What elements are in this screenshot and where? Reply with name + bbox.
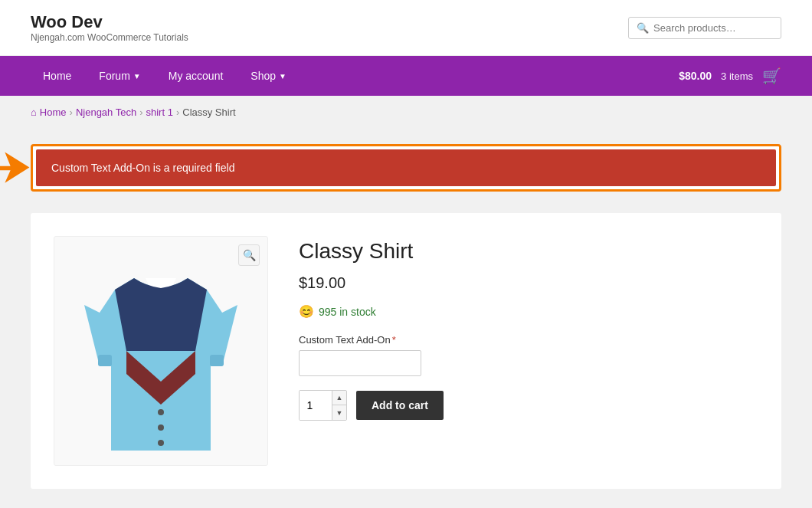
search-input[interactable] bbox=[653, 22, 776, 34]
nav-item-home[interactable]: Home bbox=[31, 59, 83, 93]
product-area: 🔍 bbox=[31, 213, 781, 489]
required-indicator: * bbox=[392, 334, 396, 346]
cart-icon: 🛒 bbox=[762, 67, 781, 85]
product-title: Classy Shirt bbox=[299, 239, 758, 264]
svg-marker-0 bbox=[0, 152, 29, 182]
search-icon: 🔍 bbox=[637, 22, 649, 34]
nav-item-shop[interactable]: Shop ▼ bbox=[238, 59, 299, 93]
main-content: Custom Text Add-On is a required field 🔍 bbox=[0, 129, 812, 508]
site-title: Woo Dev bbox=[31, 12, 188, 32]
breadcrumb-njengah-tech[interactable]: Njengah Tech bbox=[76, 107, 136, 118]
product-info: Classy Shirt $19.00 😊 995 in stock Custo… bbox=[299, 236, 758, 466]
stock-icon: 😊 bbox=[299, 304, 314, 319]
product-price: $19.00 bbox=[299, 274, 758, 292]
breadcrumb-shirt1[interactable]: shirt 1 bbox=[146, 107, 173, 118]
svg-point-2 bbox=[158, 424, 164, 431]
quantity-input[interactable]: 1 bbox=[300, 391, 332, 420]
site-branding: Woo Dev Njengah.com WooCommerce Tutorial… bbox=[31, 12, 188, 43]
svg-rect-5 bbox=[210, 355, 224, 366]
chevron-down-icon: ▼ bbox=[133, 72, 141, 80]
cart-amount: $80.00 bbox=[679, 70, 712, 82]
nav-item-myaccount[interactable]: My account bbox=[156, 59, 236, 93]
site-header: Woo Dev Njengah.com WooCommerce Tutorial… bbox=[0, 0, 812, 56]
navigation-bar: Home Forum ▼ My account Shop ▼ $80.00 3 … bbox=[0, 56, 812, 96]
add-to-cart-button[interactable]: Add to cart bbox=[356, 391, 444, 420]
cart-items-count: 3 items bbox=[721, 70, 753, 82]
breadcrumb-home[interactable]: Home bbox=[40, 107, 67, 118]
product-image bbox=[77, 244, 245, 458]
quantity-stepper[interactable]: 1 ▲ ▼ bbox=[299, 390, 347, 421]
zoom-icon[interactable]: 🔍 bbox=[238, 244, 260, 266]
stock-info: 😊 995 in stock bbox=[299, 304, 758, 319]
qty-down-button[interactable]: ▼ bbox=[332, 405, 346, 420]
custom-text-field[interactable] bbox=[299, 350, 421, 376]
alert-wrapper: Custom Text Add-On is a required field bbox=[31, 144, 781, 192]
breadcrumb-sep: › bbox=[176, 107, 179, 118]
stock-text: 995 in stock bbox=[319, 306, 376, 318]
qty-arrows: ▲ ▼ bbox=[332, 391, 346, 420]
qty-cart-row: 1 ▲ ▼ Add to cart bbox=[299, 390, 758, 421]
breadcrumb-sep: › bbox=[70, 107, 73, 118]
svg-rect-4 bbox=[98, 355, 112, 366]
arrow-pointer-icon bbox=[0, 151, 33, 185]
svg-point-3 bbox=[158, 440, 164, 446]
nav-item-forum[interactable]: Forum ▼ bbox=[87, 59, 152, 93]
svg-point-1 bbox=[158, 409, 164, 415]
custom-field-label: Custom Text Add-On * bbox=[299, 334, 758, 346]
alert-message: Custom Text Add-On is a required field bbox=[36, 149, 776, 186]
breadcrumb: ⌂ Home › Njengah Tech › shirt 1 › Classy… bbox=[0, 96, 812, 129]
search-box[interactable]: 🔍 bbox=[628, 17, 781, 39]
qty-up-button[interactable]: ▲ bbox=[332, 391, 346, 405]
home-icon: ⌂ bbox=[31, 107, 37, 118]
breadcrumb-sep: › bbox=[139, 107, 142, 118]
site-subtitle: Njengah.com WooCommerce Tutorials bbox=[31, 32, 188, 43]
breadcrumb-current: Classy Shirt bbox=[182, 107, 235, 118]
alert-border-box: Custom Text Add-On is a required field bbox=[31, 144, 781, 192]
cart-summary[interactable]: $80.00 3 items 🛒 bbox=[679, 67, 781, 85]
nav-links: Home Forum ▼ My account Shop ▼ bbox=[31, 59, 299, 93]
product-image-wrapper: 🔍 bbox=[54, 236, 268, 466]
chevron-down-icon: ▼ bbox=[279, 72, 286, 80]
